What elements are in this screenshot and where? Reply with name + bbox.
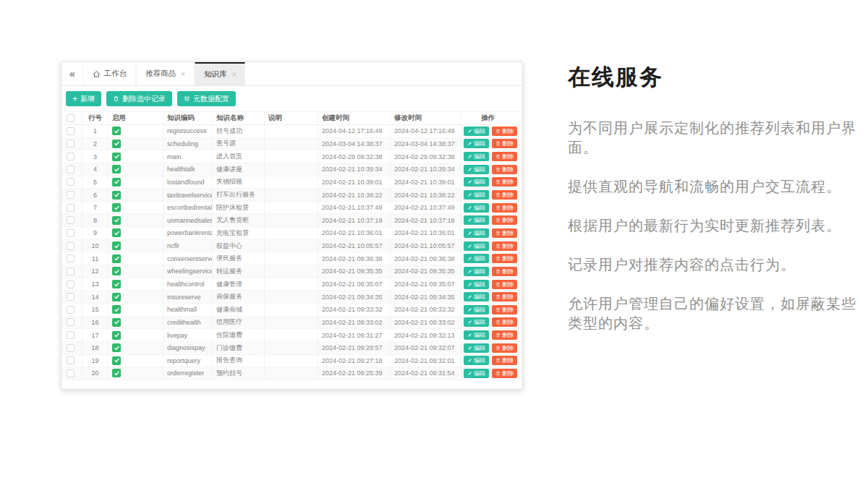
delete-button[interactable]: 删除: [492, 190, 517, 200]
delete-button[interactable]: 删除: [492, 305, 517, 314]
delete-button[interactable]: 删除: [492, 127, 517, 136]
collapse-sidebar-icon[interactable]: «: [61, 62, 83, 85]
edit-button[interactable]: 编辑: [464, 356, 489, 365]
edit-button[interactable]: 编辑: [464, 343, 489, 353]
enabled-toggle[interactable]: [108, 125, 163, 137]
enabled-toggle[interactable]: [108, 214, 163, 226]
edit-button[interactable]: 编辑: [464, 267, 489, 276]
row-checkbox[interactable]: [61, 240, 82, 252]
row-number: 19: [82, 355, 108, 367]
edit-button[interactable]: 编辑: [464, 280, 489, 289]
row-checkbox[interactable]: [61, 252, 82, 265]
row-checkbox[interactable]: [61, 355, 82, 367]
delete-button[interactable]: 删除: [492, 343, 517, 353]
edit-button[interactable]: 编辑: [464, 241, 489, 251]
delete-button[interactable]: 删除: [492, 267, 517, 276]
edit-button[interactable]: 编辑: [464, 165, 489, 174]
row-checkbox[interactable]: [61, 227, 82, 239]
edit-button[interactable]: 编辑: [464, 139, 489, 148]
row-checkbox[interactable]: [61, 304, 82, 316]
col-enabled: 启用: [108, 112, 163, 124]
edit-button[interactable]: 编辑: [464, 228, 489, 238]
tab-recommend-products[interactable]: 推荐商品 ×: [136, 62, 195, 85]
enabled-toggle[interactable]: [108, 189, 163, 201]
enabled-toggle[interactable]: [108, 150, 163, 163]
close-icon[interactable]: ×: [232, 71, 237, 79]
delete-button[interactable]: 删除: [492, 203, 517, 213]
row-checkbox[interactable]: [61, 291, 82, 303]
enabled-toggle[interactable]: [108, 278, 163, 291]
delete-button[interactable]: 删除: [492, 280, 517, 289]
row-checkbox[interactable]: [61, 278, 82, 291]
enabled-toggle[interactable]: [108, 227, 163, 239]
delete-selected-button[interactable]: 删除选中记录: [106, 91, 172, 106]
delete-button[interactable]: 删除: [492, 139, 517, 148]
enabled-toggle[interactable]: [108, 240, 163, 252]
row-checkbox[interactable]: [61, 125, 82, 137]
check-icon: [112, 241, 121, 250]
delete-button[interactable]: 删除: [492, 369, 517, 378]
enabled-toggle[interactable]: [108, 252, 163, 265]
edit-button[interactable]: 编辑: [464, 177, 489, 187]
row-checkbox[interactable]: [61, 150, 82, 163]
enabled-toggle[interactable]: [108, 304, 163, 316]
enabled-toggle[interactable]: [108, 367, 163, 380]
delete-button[interactable]: 删除: [492, 356, 517, 365]
modified-time-cell: 2024-03-04 14:38:37: [390, 138, 461, 150]
delete-button[interactable]: 删除: [492, 292, 517, 301]
delete-button[interactable]: 删除: [492, 254, 517, 263]
enabled-toggle[interactable]: [108, 202, 163, 214]
enabled-toggle[interactable]: [108, 291, 163, 303]
enabled-toggle[interactable]: [108, 329, 163, 341]
edit-button[interactable]: 编辑: [464, 317, 489, 327]
delete-button[interactable]: 删除: [492, 241, 517, 251]
row-checkbox[interactable]: [61, 342, 82, 354]
edit-button[interactable]: 编辑: [464, 305, 489, 314]
row-checkbox[interactable]: [61, 189, 82, 201]
delete-button[interactable]: 删除: [492, 228, 517, 238]
enabled-toggle[interactable]: [108, 317, 163, 329]
edit-button[interactable]: 编辑: [464, 369, 489, 378]
description-cell: [264, 138, 318, 150]
sliders-icon: [184, 95, 190, 102]
row-checkbox[interactable]: [61, 176, 82, 189]
enabled-toggle[interactable]: [108, 342, 163, 354]
add-button[interactable]: + 新增: [66, 91, 101, 106]
edit-button[interactable]: 编辑: [464, 330, 489, 340]
enabled-toggle[interactable]: [108, 265, 163, 278]
edit-button[interactable]: 编辑: [464, 152, 489, 161]
edit-button[interactable]: 编辑: [464, 190, 489, 200]
delete-button[interactable]: 删除: [492, 177, 517, 187]
tab-knowledge-base[interactable]: 知识库 ×: [195, 62, 245, 85]
metadata-config-button[interactable]: 元数据配置: [177, 91, 236, 106]
check-icon: [112, 280, 121, 288]
edit-button[interactable]: 编辑: [464, 292, 489, 301]
enabled-toggle[interactable]: [108, 138, 163, 150]
edit-button[interactable]: 编辑: [464, 127, 489, 136]
delete-button[interactable]: 删除: [492, 165, 517, 174]
close-icon[interactable]: ×: [181, 70, 185, 78]
edit-button[interactable]: 编辑: [464, 254, 489, 263]
row-checkbox[interactable]: [61, 265, 82, 278]
enabled-toggle[interactable]: [108, 355, 163, 367]
enabled-toggle[interactable]: [108, 176, 163, 189]
table-row: 13 healthcontrol 健康管理 2024-02-21 09:35:0…: [61, 278, 522, 291]
row-checkbox[interactable]: [61, 202, 82, 214]
row-checkbox[interactable]: [61, 163, 82, 176]
tab-workbench[interactable]: 工作台: [83, 62, 137, 85]
delete-button[interactable]: 删除: [492, 317, 517, 327]
delete-button[interactable]: 删除: [492, 330, 517, 340]
row-checkbox[interactable]: [61, 214, 82, 226]
row-checkbox[interactable]: [61, 138, 82, 150]
edit-button[interactable]: 编辑: [464, 215, 489, 225]
row-checkbox[interactable]: [61, 367, 82, 380]
delete-button[interactable]: 删除: [492, 215, 517, 225]
delete-button[interactable]: 删除: [492, 152, 517, 161]
row-checkbox[interactable]: [61, 317, 82, 329]
enabled-toggle[interactable]: [108, 163, 163, 176]
edit-button[interactable]: 编辑: [464, 203, 489, 213]
select-all-checkbox[interactable]: [61, 112, 82, 124]
text-column: 在线服务 为不同用户展示定制化的推荐列表和用户界面。 提供直观的导航和流畅的用户…: [568, 62, 859, 353]
pencil-icon: [467, 256, 472, 261]
row-checkbox[interactable]: [61, 329, 82, 341]
